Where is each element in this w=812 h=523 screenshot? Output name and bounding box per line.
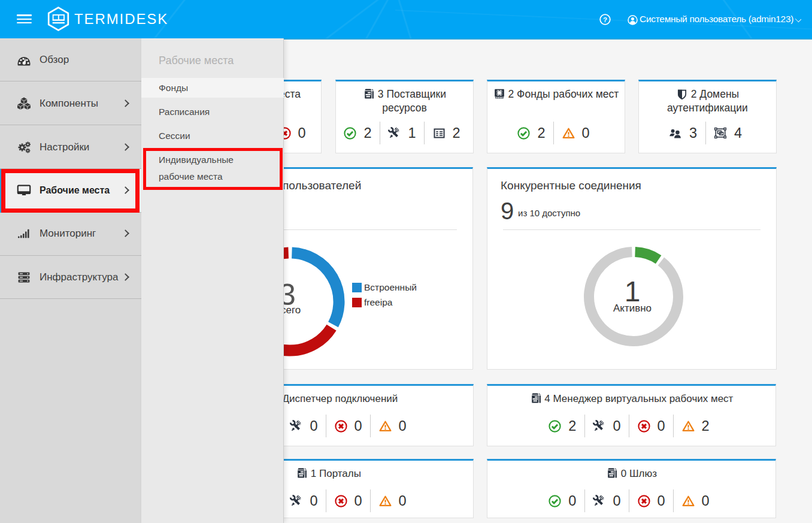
svg-text:?: ? (603, 16, 607, 23)
